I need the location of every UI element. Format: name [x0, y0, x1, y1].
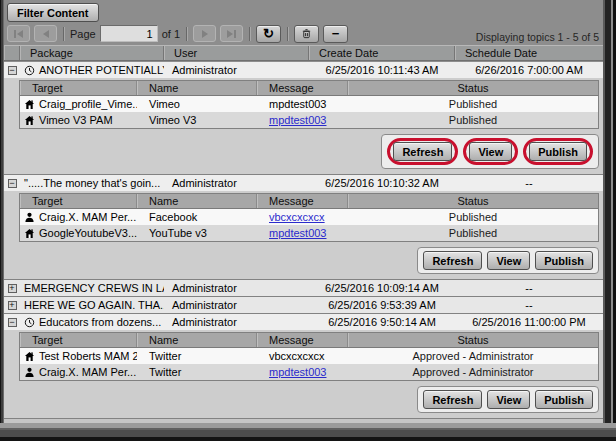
message-link[interactable]: vbcxcxcxcx [257, 211, 348, 223]
next-page-button[interactable] [193, 25, 216, 42]
house-icon [24, 351, 35, 362]
schedule-date: 6/26/2016 7:00:00 AM [455, 64, 603, 76]
action-button-tray: Refresh View Publish [381, 134, 599, 169]
trash-icon [301, 28, 312, 39]
schedule-date: -- [455, 299, 603, 311]
annotation-oval: Refresh [387, 138, 458, 165]
delete-button[interactable] [294, 25, 319, 43]
collapse-icon[interactable]: − [8, 318, 17, 327]
message-link[interactable]: mpdtest003 [257, 366, 348, 378]
window-content: Filter Content Page of 1 ↻ [4, 0, 603, 423]
topic-group: + EMERGENCY CREWS IN LA... Administrator… [4, 280, 603, 297]
status-text: Approved - Administrator [348, 350, 598, 362]
refresh-list-button[interactable]: ↻ [256, 25, 281, 43]
targets-column-header: Target Name Message Status [20, 333, 598, 348]
user-column-header: User [164, 46, 309, 60]
status-text: Published [348, 211, 598, 223]
status-column-header: Status [348, 333, 598, 347]
target-column-header: Target [20, 194, 137, 208]
refresh-icon: ↻ [263, 26, 274, 41]
message-column-header: Message [257, 81, 348, 95]
house-icon [24, 99, 35, 110]
target-row[interactable]: Vimeo V3 PAM Vimeo V3 mpdtest003 Publish… [20, 112, 598, 128]
topics-column-header: Package User Create Date Schedule Date [4, 45, 603, 61]
page-number-input[interactable] [100, 25, 158, 42]
refresh-button[interactable]: Refresh [423, 390, 482, 409]
displaying-topics-status: Displaying topics 1 - 5 of 5 [476, 31, 599, 43]
user-name: Administrator [164, 177, 309, 189]
topic-group: − Educators from dozens... Administrator… [4, 314, 603, 419]
refresh-button[interactable]: Refresh [393, 142, 452, 161]
topic-row[interactable]: − Educators from dozens... Administrator… [4, 314, 603, 330]
toolbar-separator [287, 27, 288, 41]
create-date: 6/25/2016 10:11:43 AM [309, 64, 455, 76]
message-link[interactable]: mpdtest003 [257, 227, 348, 239]
topics-list: − ANOTHER POTENTIALLY... Administrator 6… [4, 62, 603, 423]
collapse-icon[interactable]: − [8, 179, 17, 188]
publish-button[interactable]: Publish [535, 251, 593, 270]
name-column-header: Name [137, 194, 257, 208]
package-column-header: Package [20, 46, 164, 60]
first-page-button[interactable] [7, 25, 30, 42]
window-frame-right [603, 0, 616, 441]
status-text: Published [348, 114, 598, 126]
package-name: ".....The money that's goin... [24, 177, 160, 189]
targets-subtable: Target Name Message Status Craig_p [19, 80, 599, 129]
name-column-header: Name [137, 333, 257, 347]
collapse-all-button[interactable]: − [323, 25, 348, 43]
status-text: Published [348, 98, 598, 110]
create-date: 6/25/2016 10:09:14 AM [309, 282, 455, 294]
message-column-header: Message [257, 333, 348, 347]
destination-name: Facebook [137, 211, 257, 223]
target-row[interactable]: Craig_profile_Vime... Vimeo mpdtest003 P… [20, 96, 598, 112]
targets-column-header: Target Name Message Status [20, 194, 598, 209]
first-page-icon [14, 30, 16, 38]
targets-subtable: Target Name Message Status Test Ro [19, 332, 599, 381]
toolbar-separator [63, 27, 64, 41]
view-button[interactable]: View [487, 390, 530, 409]
topic-group: − ANOTHER POTENTIALLY... Administrator 6… [4, 62, 603, 175]
topic-row[interactable]: − ".....The money that's goin... Adminis… [4, 175, 603, 191]
message-column-header: Message [257, 194, 348, 208]
expand-icon[interactable]: + [8, 301, 17, 310]
expand-icon[interactable]: + [8, 284, 17, 293]
target-row[interactable]: GoogleYoutubeV3... YouTube v3 mpdtest003… [20, 225, 598, 241]
previous-page-button[interactable] [34, 25, 57, 42]
person-icon [24, 367, 35, 378]
targets-column-header: Target Name Message Status [20, 81, 598, 96]
schedule-clock-icon [24, 65, 35, 76]
view-button[interactable]: View [487, 251, 530, 270]
publish-button[interactable]: Publish [529, 142, 587, 161]
target-column-header: Target [20, 81, 137, 95]
target-row[interactable]: Test Roberts MAM 2 Twitter vbcxcxcxcx Ap… [20, 348, 598, 364]
view-button[interactable]: View [469, 142, 512, 161]
targets-subtable: Target Name Message Status Craig.X. MAM … [19, 193, 599, 242]
create-date: 6/25/2016 9:53:39 AM [309, 299, 455, 311]
last-page-button[interactable] [220, 25, 243, 42]
toolbar-separator [249, 27, 250, 41]
expand-column-header [4, 46, 20, 60]
status-text: Approved - Administrator [348, 366, 598, 378]
refresh-button[interactable]: Refresh [423, 251, 482, 270]
publish-topics-window: Filter Content Page of 1 ↻ [0, 0, 616, 441]
create-date-column-header: Create Date [309, 46, 455, 60]
topic-row[interactable]: + HERE WE GO AGAIN. THA... Administrator… [4, 297, 603, 313]
topic-row[interactable]: + EMERGENCY CREWS IN LA... Administrator… [4, 280, 603, 296]
target-column-header: Target [20, 333, 137, 347]
publish-button[interactable]: Publish [535, 390, 593, 409]
schedule-date-column-header: Schedule Date [455, 46, 603, 60]
package-name: Educators from dozens... [39, 316, 161, 328]
target-name: GoogleYoutubeV3... [39, 227, 137, 239]
schedule-date: -- [455, 282, 603, 294]
topic-row[interactable]: − ANOTHER POTENTIALLY... Administrator 6… [4, 62, 603, 78]
collapse-icon[interactable]: − [8, 66, 17, 75]
pagination-toolbar: Page of 1 ↻ − [7, 24, 348, 43]
target-name: Craig_profile_Vime... [39, 98, 137, 110]
message-link[interactable]: mpdtest003 [257, 114, 348, 126]
status-column-header: Status [348, 194, 598, 208]
target-row[interactable]: Craig.X. MAM Per... Facebook vbcxcxcxcx … [20, 209, 598, 225]
target-row[interactable]: Craig.X. MAM Per... Twitter mpdtest003 A… [20, 364, 598, 380]
filter-content-button[interactable]: Filter Content [7, 3, 99, 22]
house-icon [24, 228, 35, 239]
target-name: Test Roberts MAM 2 [39, 350, 137, 362]
